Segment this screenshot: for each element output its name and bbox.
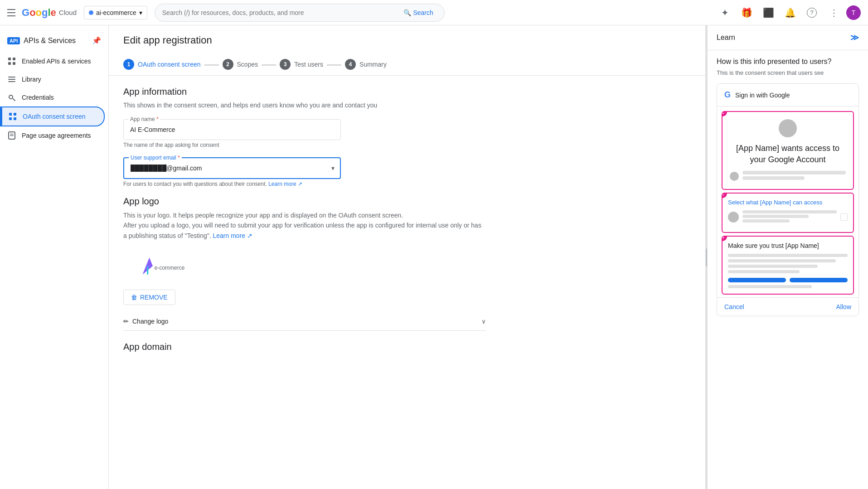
svg-rect-8 — [9, 113, 12, 116]
step-4-num: 4 — [345, 59, 356, 70]
sidebar-item-label: Credentials — [22, 94, 54, 101]
app-name-section: App name * The name of the app asking fo… — [123, 119, 341, 187]
consent-item-1 — [728, 210, 848, 224]
google-logo-icon: Google — [22, 7, 56, 19]
collapse-panel-button[interactable]: ≫ — [850, 33, 859, 43]
gift-button[interactable]: 🎁 — [737, 4, 756, 22]
gemini-icon: ✦ — [721, 7, 729, 18]
consent-user-info — [730, 171, 846, 182]
preview-desc: This is the consent screen that users se… — [717, 69, 859, 76]
content-inner: App information This shows in the consen… — [123, 87, 486, 352]
search-icon: 🔍 — [403, 9, 411, 16]
project-dropdown-icon: ▾ — [139, 9, 142, 16]
user-support-email-hint: For users to contact you with questions … — [123, 181, 341, 187]
svg-rect-11 — [14, 117, 16, 120]
svg-rect-3 — [13, 62, 15, 65]
step-divider-3 — [327, 65, 341, 65]
pin-icon[interactable]: 📌 — [92, 36, 101, 45]
search-button[interactable]: 🔍 Search — [400, 7, 436, 18]
help-button[interactable]: ? — [803, 4, 821, 22]
sidebar-item-oauth[interactable]: OAuth consent screen — [0, 107, 105, 126]
google-cloud-logo[interactable]: Google Cloud — [22, 7, 77, 19]
sidebar-item-label: Page usage agreements — [22, 132, 91, 139]
more-icon: ⋮ — [829, 7, 838, 18]
sign-in-text: Sign in with Google — [735, 92, 790, 99]
header-icons: ✦ 🎁 ⬛ 🔔 ? ⋮ T — [716, 4, 861, 22]
search-bar: 🔍 Search — [155, 4, 445, 22]
step-3[interactable]: 3 Test users — [280, 55, 323, 75]
sidebar-header: API APIs & Services 📌 — [0, 33, 108, 52]
sidebar-item-enabled-apis[interactable]: Enabled APIs & services — [0, 52, 108, 70]
app-info-description: This shows in the consent screen, and he… — [123, 101, 486, 110]
change-logo-row[interactable]: ✏ Change logo ∨ — [123, 312, 486, 331]
remove-logo-button[interactable]: 🗑 REMOVE — [123, 290, 175, 305]
notification-button[interactable]: 🔔 — [781, 4, 799, 22]
project-selector[interactable]: ai-ecommerce ▾ — [84, 6, 147, 19]
step-1-label: OAuth consent screen — [138, 61, 201, 68]
google-logo-mini: G — [724, 90, 731, 100]
user-support-email-select[interactable]: ████████@gmail.com — [124, 158, 340, 178]
consent-app-access-text: [App Name] wants access to your Google A… — [730, 143, 846, 165]
detail-lines — [728, 254, 848, 288]
avatar[interactable]: T — [846, 5, 861, 20]
sidebar-item-library[interactable]: Library — [0, 70, 108, 88]
user-line-1 — [742, 171, 846, 174]
page-header: Edit app registration 1 OAuth consent sc… — [109, 25, 705, 76]
top-header: Google Cloud ai-ecommerce ▾ 🔍 Search ✦ 🎁… — [0, 0, 868, 25]
hamburger-menu[interactable] — [7, 7, 18, 18]
app-info-title: App information — [123, 87, 486, 97]
consent-box-2: 2 Select what [App Name] can access — [722, 193, 854, 233]
consent-box-1-content: [App Name] wants access to your Google A… — [723, 112, 853, 189]
app-name-field: App name * The name of the app asking fo… — [123, 119, 341, 148]
sidebar: API APIs & Services 📌 Enabled APIs & ser… — [0, 25, 109, 489]
consent-actions: Cancel Allow — [717, 297, 858, 316]
sidebar-item-label: OAuth consent screen — [23, 113, 86, 120]
step-1-num: 1 — [123, 59, 134, 70]
step-1[interactable]: 1 OAuth consent screen — [123, 55, 201, 75]
consent-mockup: G Sign in with Google 1 [App Name] wants… — [717, 83, 859, 316]
logo-learn-more-link[interactable]: Learn more ↗ — [213, 232, 252, 239]
app-body: API APIs & Services 📌 Enabled APIs & ser… — [0, 25, 868, 489]
svg-rect-0 — [8, 58, 11, 60]
learn-more-link[interactable]: Learn more ↗ — [268, 181, 302, 187]
step-4[interactable]: 4 Summary — [345, 55, 387, 75]
sidebar-item-page-usage[interactable]: Page usage agreements — [0, 126, 108, 145]
step-divider-1 — [204, 65, 219, 65]
consent-box-1: 1 [App Name] wants access to your Google… — [722, 111, 854, 190]
consent-cancel-button[interactable]: Cancel — [724, 303, 744, 310]
expand-icon: ∨ — [481, 318, 486, 325]
app-name-input[interactable] — [124, 120, 340, 140]
user-avatar-placeholder — [730, 172, 739, 181]
search-input[interactable] — [162, 9, 397, 16]
enabled-apis-icon — [7, 57, 16, 66]
step-divider-2 — [262, 65, 276, 65]
app-name-container: App name * — [123, 119, 341, 140]
svg-rect-2 — [8, 62, 11, 65]
app-logo-description: This is your logo. It helps people recog… — [123, 210, 486, 241]
content-area: App information This shows in the consen… — [109, 76, 705, 367]
terminal-button[interactable]: ⬛ — [759, 4, 777, 22]
svg-text:e-commerce: e-commerce — [155, 265, 185, 271]
app-name-hint: The name of the app asking for consent — [123, 142, 341, 148]
consent-allow-button[interactable]: Allow — [836, 303, 851, 310]
app-domain-title: App domain — [123, 342, 486, 352]
step-2-num: 2 — [223, 59, 233, 70]
preview-section: How is this info presented to users? Thi… — [708, 50, 868, 324]
project-name: ai-ecommerce — [96, 9, 136, 16]
step-2[interactable]: 2 Scopes — [223, 55, 258, 75]
step-3-num: 3 — [280, 59, 291, 70]
delete-icon: 🗑 — [131, 294, 137, 301]
consent-avatar — [779, 119, 797, 137]
gemini-button[interactable]: ✦ — [716, 4, 734, 22]
learn-header: Learn ≫ — [708, 25, 868, 50]
consent-sign-in-header: G Sign in with Google — [717, 84, 858, 107]
svg-point-7 — [9, 95, 13, 99]
step-4-label: Summary — [359, 61, 387, 68]
consent-box-3-title: Make sure you trust [App Name] — [728, 242, 848, 249]
user-support-email-field: User support email * ████████@gmail.com … — [123, 157, 341, 187]
svg-rect-4 — [8, 77, 15, 77]
sidebar-item-credentials[interactable]: Credentials — [0, 88, 108, 107]
more-button[interactable]: ⋮ — [824, 4, 843, 22]
svg-rect-13 — [10, 134, 14, 135]
api-badge: API — [7, 37, 20, 44]
